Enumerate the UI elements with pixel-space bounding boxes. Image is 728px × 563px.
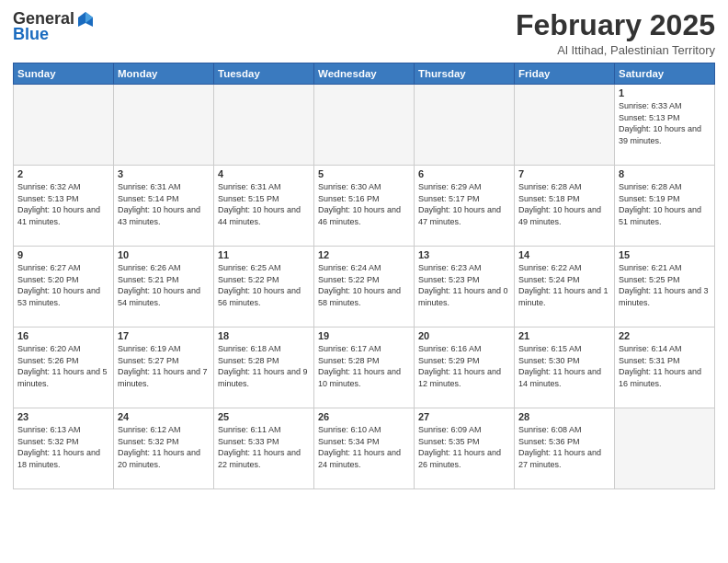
header: General Blue February 2025 Al Ittihad, P… — [13, 9, 715, 57]
calendar-cell: 14Sunrise: 6:22 AM Sunset: 5:24 PM Dayli… — [515, 247, 615, 327]
day-info: Sunrise: 6:10 AM Sunset: 5:34 PM Dayligh… — [318, 424, 410, 470]
calendar-cell: 1Sunrise: 6:33 AM Sunset: 5:13 PM Daylig… — [615, 85, 715, 166]
calendar-header-row: Sunday Monday Tuesday Wednesday Thursday… — [14, 63, 715, 85]
logo: General Blue — [13, 9, 95, 44]
day-info: Sunrise: 6:27 AM Sunset: 5:20 PM Dayligh… — [17, 262, 109, 308]
calendar-cell: 9Sunrise: 6:27 AM Sunset: 5:20 PM Daylig… — [14, 247, 114, 327]
calendar-cell: 23Sunrise: 6:13 AM Sunset: 5:32 PM Dayli… — [14, 408, 114, 489]
calendar-cell: 18Sunrise: 6:18 AM Sunset: 5:28 PM Dayli… — [214, 327, 314, 408]
calendar-cell: 20Sunrise: 6:16 AM Sunset: 5:29 PM Dayli… — [415, 327, 515, 408]
day-info: Sunrise: 6:13 AM Sunset: 5:32 PM Dayligh… — [17, 424, 109, 470]
day-number: 25 — [218, 411, 310, 422]
day-number: 6 — [418, 168, 510, 179]
calendar-cell: 8Sunrise: 6:28 AM Sunset: 5:19 PM Daylig… — [615, 166, 715, 247]
day-number: 11 — [218, 249, 310, 260]
calendar-cell: 22Sunrise: 6:14 AM Sunset: 5:31 PM Dayli… — [615, 327, 715, 408]
calendar-cell: 11Sunrise: 6:25 AM Sunset: 5:22 PM Dayli… — [214, 247, 314, 327]
calendar-cell — [14, 85, 114, 166]
day-info: Sunrise: 6:22 AM Sunset: 5:24 PM Dayligh… — [518, 262, 610, 308]
day-number: 18 — [218, 330, 310, 341]
logo-blue: Blue — [13, 25, 49, 44]
col-friday: Friday — [515, 63, 615, 85]
location-subtitle: Al Ittihad, Palestinian Territory — [516, 43, 715, 57]
day-info: Sunrise: 6:19 AM Sunset: 5:27 PM Dayligh… — [118, 343, 210, 389]
day-number: 28 — [518, 411, 610, 422]
calendar-cell: 3Sunrise: 6:31 AM Sunset: 5:14 PM Daylig… — [114, 166, 214, 247]
day-info: Sunrise: 6:31 AM Sunset: 5:15 PM Dayligh… — [218, 181, 310, 227]
col-monday: Monday — [114, 63, 214, 85]
day-info: Sunrise: 6:20 AM Sunset: 5:26 PM Dayligh… — [17, 343, 109, 389]
calendar-cell — [615, 408, 715, 489]
day-info: Sunrise: 6:08 AM Sunset: 5:36 PM Dayligh… — [518, 424, 610, 470]
calendar-week-2: 9Sunrise: 6:27 AM Sunset: 5:20 PM Daylig… — [14, 247, 715, 327]
day-number: 17 — [118, 330, 210, 341]
col-tuesday: Tuesday — [214, 63, 314, 85]
day-info: Sunrise: 6:09 AM Sunset: 5:35 PM Dayligh… — [418, 424, 510, 470]
day-number: 24 — [118, 411, 210, 422]
day-info: Sunrise: 6:28 AM Sunset: 5:19 PM Dayligh… — [619, 181, 711, 227]
calendar-cell: 25Sunrise: 6:11 AM Sunset: 5:33 PM Dayli… — [214, 408, 314, 489]
calendar-week-4: 23Sunrise: 6:13 AM Sunset: 5:32 PM Dayli… — [14, 408, 715, 489]
page: General Blue February 2025 Al Ittihad, P… — [0, 0, 728, 563]
day-number: 13 — [418, 249, 510, 260]
day-info: Sunrise: 6:26 AM Sunset: 5:21 PM Dayligh… — [118, 262, 210, 308]
day-number: 12 — [318, 249, 410, 260]
calendar-week-0: 1Sunrise: 6:33 AM Sunset: 5:13 PM Daylig… — [14, 85, 715, 166]
calendar-cell: 16Sunrise: 6:20 AM Sunset: 5:26 PM Dayli… — [14, 327, 114, 408]
calendar-cell — [214, 85, 314, 166]
month-title: February 2025 — [516, 9, 715, 41]
calendar: Sunday Monday Tuesday Wednesday Thursday… — [13, 63, 715, 489]
calendar-cell: 27Sunrise: 6:09 AM Sunset: 5:35 PM Dayli… — [415, 408, 515, 489]
calendar-cell: 13Sunrise: 6:23 AM Sunset: 5:23 PM Dayli… — [415, 247, 515, 327]
logo-icon — [76, 10, 95, 29]
calendar-cell: 10Sunrise: 6:26 AM Sunset: 5:21 PM Dayli… — [114, 247, 214, 327]
day-number: 9 — [17, 249, 109, 260]
day-number: 26 — [318, 411, 410, 422]
calendar-week-1: 2Sunrise: 6:32 AM Sunset: 5:13 PM Daylig… — [14, 166, 715, 247]
day-number: 4 — [218, 168, 310, 179]
col-saturday: Saturday — [615, 63, 715, 85]
day-info: Sunrise: 6:17 AM Sunset: 5:28 PM Dayligh… — [318, 343, 410, 389]
calendar-week-3: 16Sunrise: 6:20 AM Sunset: 5:26 PM Dayli… — [14, 327, 715, 408]
day-info: Sunrise: 6:28 AM Sunset: 5:18 PM Dayligh… — [518, 181, 610, 227]
day-number: 27 — [418, 411, 510, 422]
day-info: Sunrise: 6:24 AM Sunset: 5:22 PM Dayligh… — [318, 262, 410, 308]
calendar-cell: 15Sunrise: 6:21 AM Sunset: 5:25 PM Dayli… — [615, 247, 715, 327]
col-thursday: Thursday — [415, 63, 515, 85]
calendar-cell — [515, 85, 615, 166]
day-number: 16 — [17, 330, 109, 341]
day-number: 1 — [619, 87, 711, 98]
day-number: 19 — [318, 330, 410, 341]
calendar-cell: 6Sunrise: 6:29 AM Sunset: 5:17 PM Daylig… — [415, 166, 515, 247]
calendar-cell: 28Sunrise: 6:08 AM Sunset: 5:36 PM Dayli… — [515, 408, 615, 489]
calendar-cell: 5Sunrise: 6:30 AM Sunset: 5:16 PM Daylig… — [314, 166, 415, 247]
calendar-cell: 19Sunrise: 6:17 AM Sunset: 5:28 PM Dayli… — [314, 327, 415, 408]
calendar-cell: 4Sunrise: 6:31 AM Sunset: 5:15 PM Daylig… — [214, 166, 314, 247]
day-info: Sunrise: 6:33 AM Sunset: 5:13 PM Dayligh… — [619, 100, 711, 146]
day-number: 8 — [619, 168, 711, 179]
calendar-cell: 2Sunrise: 6:32 AM Sunset: 5:13 PM Daylig… — [14, 166, 114, 247]
calendar-cell: 12Sunrise: 6:24 AM Sunset: 5:22 PM Dayli… — [314, 247, 415, 327]
day-number: 23 — [17, 411, 109, 422]
day-number: 7 — [518, 168, 610, 179]
day-number: 20 — [418, 330, 510, 341]
day-number: 22 — [619, 330, 711, 341]
col-wednesday: Wednesday — [314, 63, 415, 85]
day-info: Sunrise: 6:31 AM Sunset: 5:14 PM Dayligh… — [118, 181, 210, 227]
calendar-cell — [314, 85, 415, 166]
day-info: Sunrise: 6:29 AM Sunset: 5:17 PM Dayligh… — [418, 181, 510, 227]
calendar-cell — [415, 85, 515, 166]
day-info: Sunrise: 6:12 AM Sunset: 5:32 PM Dayligh… — [118, 424, 210, 470]
day-info: Sunrise: 6:14 AM Sunset: 5:31 PM Dayligh… — [619, 343, 711, 389]
day-number: 21 — [518, 330, 610, 341]
day-number: 5 — [318, 168, 410, 179]
day-info: Sunrise: 6:21 AM Sunset: 5:25 PM Dayligh… — [619, 262, 711, 308]
calendar-cell — [114, 85, 214, 166]
day-number: 3 — [118, 168, 210, 179]
calendar-cell: 24Sunrise: 6:12 AM Sunset: 5:32 PM Dayli… — [114, 408, 214, 489]
day-info: Sunrise: 6:30 AM Sunset: 5:16 PM Dayligh… — [318, 181, 410, 227]
title-area: February 2025 Al Ittihad, Palestinian Te… — [516, 9, 715, 57]
calendar-cell: 26Sunrise: 6:10 AM Sunset: 5:34 PM Dayli… — [314, 408, 415, 489]
day-number: 14 — [518, 249, 610, 260]
day-info: Sunrise: 6:18 AM Sunset: 5:28 PM Dayligh… — [218, 343, 310, 389]
